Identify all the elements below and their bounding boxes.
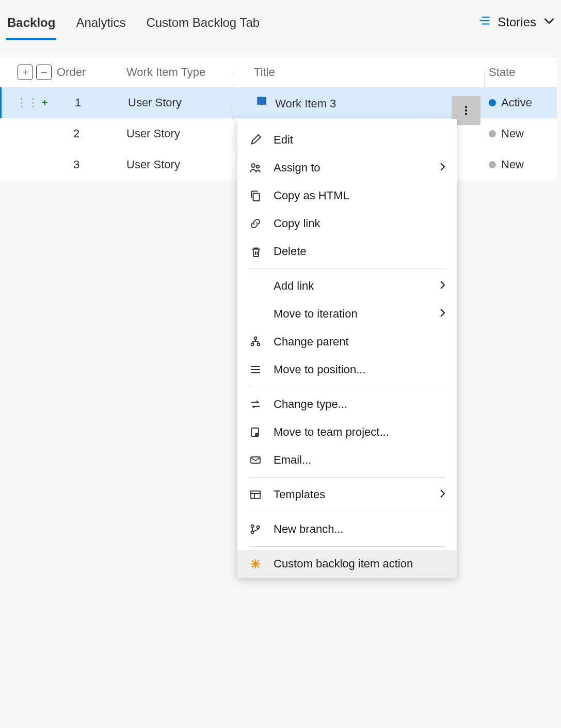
cell-state: New: [485, 127, 557, 140]
menu-copy-html[interactable]: Copy as HTML: [237, 182, 457, 210]
menu-label: Copy as HTML: [274, 189, 349, 202]
chevron-right-icon: [438, 307, 447, 321]
copy-icon: [249, 190, 262, 201]
chevron-right-icon: [438, 279, 447, 293]
col-title[interactable]: Title: [232, 66, 485, 79]
menu-label: Email...: [274, 453, 311, 467]
menu-label: Delete: [274, 245, 307, 258]
trash-icon: [249, 246, 262, 257]
project-icon: [249, 426, 262, 438]
tab-backlog[interactable]: Backlog: [6, 12, 56, 40]
menu-templates[interactable]: Templates: [237, 481, 457, 509]
menu-edit[interactable]: Edit: [237, 126, 457, 154]
menu-label: Move to team project...: [274, 425, 389, 439]
menu-separator: [249, 546, 445, 547]
drag-handle-icon[interactable]: ⋮⋮: [16, 96, 39, 109]
col-type[interactable]: Work Item Type: [126, 66, 232, 79]
menu-change-type[interactable]: Change type...: [237, 390, 457, 418]
state-label: Active: [501, 96, 532, 109]
expand-all-button[interactable]: +: [18, 65, 33, 80]
tab-custom[interactable]: Custom Backlog Tab: [145, 12, 261, 40]
cell-order: 1: [58, 96, 128, 109]
state-label: New: [501, 127, 524, 140]
menu-move-iteration[interactable]: Move to iteration: [237, 300, 457, 328]
swap-icon: [249, 399, 262, 410]
context-menu: Edit Assign to Copy as HTML Copy link De…: [237, 119, 457, 578]
menu-separator: [249, 268, 445, 269]
menu-copy-link[interactable]: Copy link: [237, 210, 457, 238]
menu-delete[interactable]: Delete: [237, 238, 457, 265]
cell-order: 3: [57, 158, 126, 171]
chevron-right-icon: [438, 161, 447, 175]
add-child-icon[interactable]: +: [42, 97, 48, 109]
cell-type: User Story: [126, 127, 232, 140]
work-item-title[interactable]: Work Item 3: [275, 97, 336, 110]
collapse-all-button[interactable]: −: [36, 65, 52, 80]
cell-order: 2: [57, 127, 126, 140]
menu-label: Edit: [274, 133, 293, 147]
reorder-icon: [249, 364, 262, 375]
table-row[interactable]: ⋮⋮ + 1 User Story Work Item 3 Active: [0, 87, 557, 118]
hierarchy-icon: [249, 336, 262, 347]
menu-separator: [249, 512, 445, 512]
mail-icon: [249, 454, 262, 466]
backlog-level-icon: [479, 15, 490, 29]
menu-label: Custom backlog item action: [274, 557, 413, 571]
menu-move-position[interactable]: Move to position...: [237, 356, 457, 384]
state-dot-icon: [489, 130, 496, 137]
menu-assign-to[interactable]: Assign to: [237, 154, 457, 182]
chevron-right-icon: [438, 488, 447, 501]
tab-analytics[interactable]: Analytics: [75, 12, 126, 40]
cell-title: Work Item 3: [234, 95, 485, 110]
chevron-down-icon: [543, 15, 555, 29]
menu-label: Add link: [274, 279, 314, 293]
state-dot-icon: [489, 99, 496, 106]
backlog-level-label: Stories: [498, 15, 536, 29]
backlog-level-picker[interactable]: Stories: [479, 15, 555, 38]
menu-label: Copy link: [274, 217, 320, 230]
menu-label: Change parent: [274, 335, 349, 349]
menu-email[interactable]: Email...: [237, 446, 457, 474]
cell-state: New: [485, 158, 557, 171]
template-icon: [249, 489, 262, 500]
menu-change-parent[interactable]: Change parent: [237, 328, 457, 356]
edit-icon: [249, 134, 262, 146]
link-icon: [249, 218, 262, 229]
menu-separator: [249, 477, 445, 478]
menu-label: Templates: [274, 488, 325, 501]
menu-label: New branch...: [274, 523, 344, 536]
cell-type: User Story: [126, 158, 232, 171]
menu-separator: [249, 387, 445, 387]
state-label: New: [501, 158, 524, 171]
menu-label: Move to position...: [274, 363, 366, 376]
menu-label: Move to iteration: [274, 307, 358, 321]
menu-new-branch[interactable]: New branch...: [237, 515, 457, 543]
people-icon: [249, 162, 262, 173]
col-order[interactable]: Order: [57, 66, 126, 79]
state-dot-icon: [489, 161, 496, 168]
menu-label: Assign to: [274, 161, 320, 175]
branch-icon: [249, 524, 262, 535]
menu-label: Change type...: [274, 398, 347, 411]
user-story-icon: [255, 97, 268, 110]
grid-header: + − Order Work Item Type Title State: [0, 57, 557, 87]
menu-add-link[interactable]: Add link: [237, 272, 457, 300]
tabs-bar: Backlog Analytics Custom Backlog Tab Sto…: [0, 0, 561, 40]
cell-state: Active: [485, 96, 557, 109]
custom-action-icon: [249, 558, 262, 569]
menu-move-project[interactable]: Move to team project...: [237, 418, 457, 446]
col-state[interactable]: State: [485, 66, 557, 79]
cell-type: User Story: [128, 96, 234, 109]
menu-custom-action[interactable]: Custom backlog item action: [237, 550, 457, 578]
